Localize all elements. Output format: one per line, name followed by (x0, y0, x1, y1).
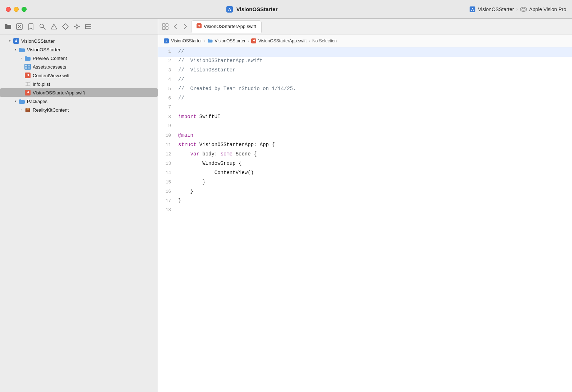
breadcrumb-sep-1: › (204, 39, 206, 43)
line-content-9 (177, 125, 572, 127)
tree-item-contentview[interactable]: › ContentView.swift (0, 71, 158, 80)
line-content-3: // VisionOSStarter (177, 66, 572, 74)
close-button[interactable] (6, 7, 11, 12)
tree-item-realitykit[interactable]: › RealityKitContent (0, 106, 158, 114)
code-line-6: 6 // (158, 94, 572, 103)
code-line-10: 10 @main (158, 131, 572, 141)
svg-rect-34 (162, 24, 165, 26)
line-num-10: 10 (158, 132, 177, 139)
svg-text:A: A (228, 7, 231, 12)
tree-item-group[interactable]: ▾ VisionOSStarter (0, 45, 158, 54)
warning-icon[interactable] (50, 23, 57, 30)
line-num-1: 1 (158, 48, 177, 55)
code-line-17: 17 } (158, 197, 572, 206)
device-icon (520, 7, 527, 12)
tab-label: VisionOSStarterApp.swift (204, 24, 256, 29)
breadcrumb-item-1[interactable]: VisionOSStarter (171, 38, 202, 43)
line-content-8: import SwiftUI (177, 113, 572, 121)
line-num-11: 11 (158, 141, 177, 149)
swift-app-icon (24, 89, 31, 96)
svg-text:A: A (165, 39, 167, 43)
folder-preview-icon (24, 55, 31, 61)
line-num-18: 18 (158, 206, 177, 214)
forward-button[interactable] (181, 22, 190, 31)
svg-text:A: A (471, 8, 474, 11)
tree-item-infoplist[interactable]: › Info.plist (0, 80, 158, 88)
line-num-8: 8 (158, 113, 177, 121)
sparkle-icon[interactable] (73, 23, 80, 30)
breadcrumb-item-4[interactable]: No Selection (312, 38, 337, 43)
line-num-3: 3 (158, 66, 177, 74)
line-content-12: var body: some Scene { (177, 150, 572, 158)
bookmark-icon[interactable] (27, 23, 34, 30)
line-num-5: 5 (158, 85, 177, 93)
tree-item-assets[interactable]: › Assets.xcassets (0, 62, 158, 71)
titlebar: A VisionOSStarter A VisionOSStarter › Ap… (0, 0, 572, 19)
tree-item-preview[interactable]: › Preview Content (0, 54, 158, 62)
package-icon (24, 107, 31, 113)
search-icon[interactable] (39, 23, 46, 30)
maximize-button[interactable] (22, 7, 27, 12)
chevron-packages: ▾ (13, 99, 18, 104)
line-content-6: // (177, 94, 572, 102)
svg-rect-32 (27, 108, 29, 110)
scheme-name[interactable]: VisionOSStarter (478, 6, 514, 12)
contentview-label: ContentView.swift (33, 73, 69, 78)
line-content-5: // Created by Team nStudio on 1/14/25. (177, 85, 572, 93)
code-line-5: 5 // Created by Team nStudio on 1/14/25. (158, 85, 572, 94)
editor-area: VisionOSStarterApp.swift A VisionOSStart… (158, 19, 572, 392)
tree-item-appswift[interactable]: › VisionOSStarterApp.swift (0, 88, 158, 97)
main-area: ▾ A VisionOSStarter ▾ VisionOSStarte (0, 19, 572, 392)
list-icon[interactable] (85, 23, 92, 30)
line-num-6: 6 (158, 94, 177, 102)
tree-item-root[interactable]: ▾ A VisionOSStarter (0, 37, 158, 45)
appswift-label: VisionOSStarterApp.swift (33, 90, 85, 95)
scheme-icon: A (469, 6, 476, 13)
minimize-button[interactable] (14, 7, 19, 12)
line-num-4: 4 (158, 76, 177, 83)
svg-rect-41 (251, 38, 256, 43)
line-content-7 (177, 106, 572, 108)
code-editor[interactable]: 1 // 2 // VisionOSStarterApp.swift 3 // … (158, 47, 572, 392)
sidebar: ▾ A VisionOSStarter ▾ VisionOSStarte (0, 19, 158, 392)
device-name[interactable]: Apple Vision Pro (529, 6, 566, 12)
chevron-realitykit: › (19, 107, 24, 112)
assets-icon (24, 64, 31, 70)
line-content-2: // VisionOSStarterApp.swift (177, 57, 572, 65)
chevron-root: ▾ (7, 38, 12, 43)
line-num-13: 13 (158, 160, 177, 167)
breadcrumb-item-3[interactable]: VisionOSStarterApp.swift (258, 38, 307, 43)
group-label: VisionOSStarter (27, 47, 60, 52)
line-num-2: 2 (158, 57, 177, 65)
swift-contentview-icon (24, 72, 31, 79)
code-line-11: 11 struct VisionOSStarterApp: App { (158, 141, 572, 150)
svg-rect-36 (162, 27, 165, 29)
tab-appswift[interactable]: VisionOSStarterApp.swift (191, 20, 262, 33)
line-content-15: } (177, 178, 572, 186)
svg-rect-22 (25, 67, 27, 69)
breadcrumb-item-2[interactable]: VisionOSStarter (215, 38, 246, 43)
tree-item-packages[interactable]: ▾ Packages (0, 97, 158, 106)
line-content-4: // (177, 75, 572, 83)
svg-rect-23 (28, 67, 30, 69)
diamond-icon[interactable] (62, 23, 69, 30)
back-button[interactable] (171, 22, 180, 31)
code-line-8: 8 import SwiftUI (158, 113, 572, 122)
tab-swift-icon (197, 23, 202, 29)
line-num-14: 14 (158, 169, 177, 177)
code-line-4: 4 // (158, 75, 572, 85)
chevron-preview: › (19, 56, 24, 61)
line-content-1: // (177, 47, 572, 55)
sidebar-folder-icon[interactable] (4, 23, 11, 30)
realitykit-label: RealityKitContent (33, 107, 69, 113)
code-line-16: 16 } (158, 187, 572, 197)
titlebar-title: VisionOSStarter (236, 6, 278, 12)
grid-icon[interactable] (161, 22, 170, 31)
line-content-11: struct VisionOSStarterApp: App { (177, 141, 572, 149)
code-line-14: 14 ContentView() (158, 169, 572, 178)
code-line-15: 15 } (158, 178, 572, 187)
filter-icon[interactable] (16, 23, 23, 30)
line-num-16: 16 (158, 188, 177, 195)
line-content-14: ContentView() (177, 169, 572, 177)
line-content-10: @main (177, 131, 572, 139)
